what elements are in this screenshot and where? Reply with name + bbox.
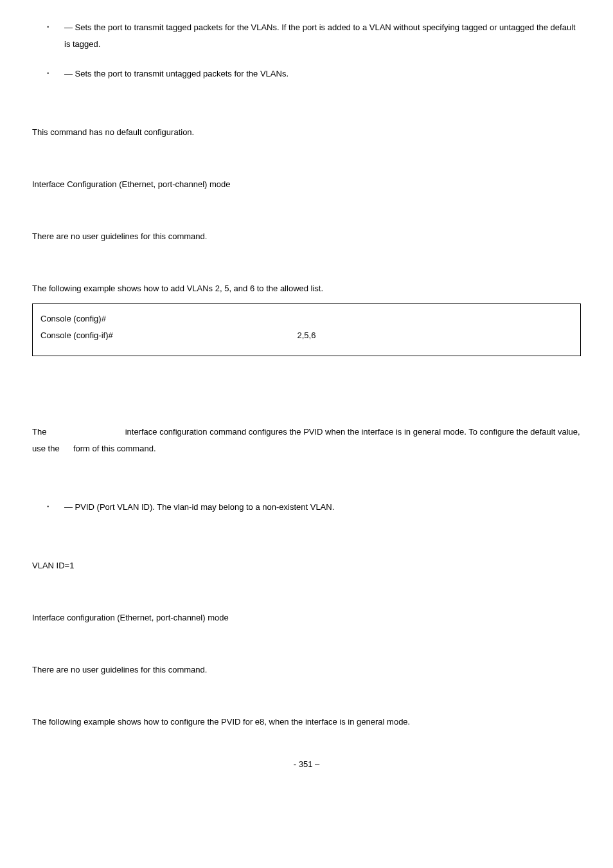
bullet-list-top: ▪ — Sets the port to transmit tagged pac… — [32, 19, 581, 82]
bullet-marker-icon: ▪ — [32, 66, 64, 82]
bullet-text: — PVID (Port VLAN ID). The vlan-id may b… — [64, 499, 581, 516]
page-content: ▪ — Sets the port to transmit tagged pac… — [0, 0, 613, 795]
console-line: Console (config-if)# 2,5,6 Console (conf… — [40, 327, 573, 344]
bullet-list-pvid: ▪ — PVID (Port VLAN ID). The vlan-id may… — [32, 499, 581, 516]
bullet-marker-icon: ▪ — [32, 499, 64, 516]
console-code-box: Console (config)# Console (config-if)# 2… — [32, 303, 581, 356]
pvid-description: The interface configuration command conf… — [32, 424, 581, 457]
default-config-text: This command has no default configuratio… — [32, 124, 581, 141]
bullet-text: — Sets the port to transmit tagged packe… — [64, 19, 581, 53]
bullet-item: ▪ — PVID (Port VLAN ID). The vlan-id may… — [32, 499, 581, 516]
text-fragment: form of this command. — [73, 444, 156, 453]
console-line: Console (config)# — [40, 311, 573, 327]
bullet-text: — Sets the port to transmit untagged pac… — [64, 66, 581, 82]
console-value: 2,5,6 — [113, 327, 501, 344]
bullet-marker-icon: ▪ — [32, 19, 64, 53]
bullet-item: ▪ — Sets the port to transmit untagged p… — [32, 66, 581, 82]
bullet-item: ▪ — Sets the port to transmit tagged pac… — [32, 19, 581, 53]
guidelines-text-2: There are no user guidelines for this co… — [32, 662, 581, 678]
example-intro-text: The following example shows how to add V… — [32, 280, 581, 297]
mode-text: Interface Configuration (Ethernet, port-… — [32, 176, 581, 193]
console-prompt: Console (config-if)# — [40, 327, 113, 344]
guidelines-text: There are no user guidelines for this co… — [32, 228, 581, 245]
example-intro-text-2: The following example shows how to confi… — [32, 714, 581, 730]
text-fragment: The — [32, 427, 46, 437]
console-prompt: Console (config)# — [40, 311, 106, 327]
vlan-id-text: VLAN ID=1 — [32, 557, 581, 574]
page-number: - 351 – — [32, 759, 581, 769]
mode-text-2: Interface configuration (Ethernet, port-… — [32, 610, 581, 626]
